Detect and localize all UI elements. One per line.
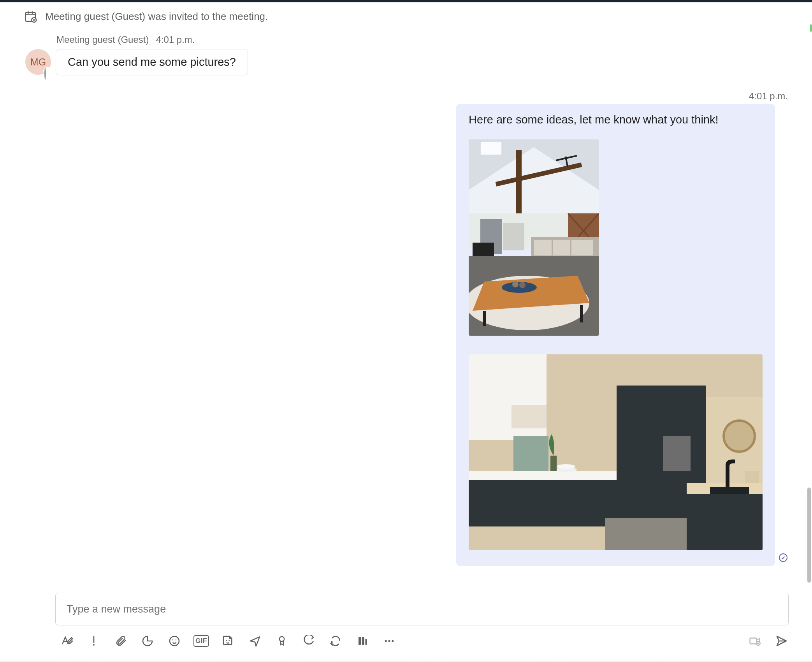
badge-icon[interactable]: [275, 634, 289, 648]
sent-check-icon: [779, 553, 788, 564]
more-icon[interactable]: [382, 634, 396, 648]
incoming-message-row: MG Can you send me some pictures?: [23, 49, 789, 75]
loop-icon[interactable]: [141, 634, 155, 648]
attach-icon[interactable]: [114, 634, 128, 648]
compose-toolbar: GIF: [55, 634, 789, 648]
calendar-plus-icon: [23, 9, 37, 23]
svg-rect-34: [469, 471, 617, 480]
svg-point-52: [176, 639, 177, 641]
send-icon[interactable]: [775, 634, 789, 648]
svg-rect-19: [534, 240, 552, 255]
scrollbar-thumb[interactable]: [807, 488, 811, 583]
svg-rect-35: [469, 480, 617, 526]
svg-point-42: [724, 421, 755, 452]
format-icon[interactable]: [60, 634, 74, 648]
chat-area: Meeting guest (Guest) was invited to the…: [0, 2, 812, 566]
update-icon[interactable]: [329, 634, 343, 648]
library-icon[interactable]: [355, 634, 369, 648]
outgoing-time: 4:01 p.m.: [23, 91, 789, 102]
avatar-initials: MG: [30, 56, 46, 68]
svg-rect-56: [359, 637, 361, 645]
svg-rect-45: [687, 494, 763, 550]
svg-rect-20: [553, 240, 570, 255]
emoji-icon[interactable]: [167, 634, 181, 648]
message-input[interactable]: [67, 603, 777, 615]
svg-rect-4: [480, 141, 502, 155]
attachment-image-kitchen[interactable]: [469, 354, 763, 550]
svg-point-29: [519, 282, 526, 288]
svg-rect-40: [663, 436, 691, 471]
outgoing-text: Here are some ideas, let me know what yo…: [469, 113, 763, 126]
svg-rect-47: [745, 471, 759, 483]
svg-rect-58: [366, 639, 367, 645]
bottom-divider: [0, 660, 812, 662]
svg-point-53: [226, 640, 227, 641]
outgoing-bubble[interactable]: Here are some ideas, let me know what yo…: [456, 104, 775, 566]
incoming-meta: Meeting guest (Guest) 4:01 p.m.: [56, 34, 789, 45]
svg-point-27: [502, 282, 537, 293]
svg-rect-32: [511, 405, 547, 428]
compose-box[interactable]: [55, 593, 789, 625]
avatar[interactable]: MG: [25, 49, 51, 75]
incoming-time: 4:01 p.m.: [156, 34, 195, 45]
presence-indicator: [43, 67, 52, 76]
system-event-text: Meeting guest (Guest) was invited to the…: [45, 11, 268, 23]
svg-point-55: [279, 637, 285, 642]
svg-rect-57: [362, 637, 364, 645]
attachment-image-living-room[interactable]: [469, 139, 599, 336]
gif-icon[interactable]: GIF: [194, 634, 208, 648]
svg-rect-38: [550, 456, 557, 471]
svg-point-61: [392, 640, 394, 642]
svg-point-60: [388, 640, 390, 642]
compose-area: GIF: [55, 593, 789, 648]
share-icon[interactable]: [248, 634, 262, 648]
svg-rect-17: [473, 243, 494, 258]
svg-point-59: [385, 640, 387, 642]
priority-icon[interactable]: [87, 634, 101, 648]
svg-rect-33: [513, 436, 548, 475]
incoming-bubble[interactable]: Can you send me some pictures?: [56, 49, 248, 75]
svg-point-51: [172, 639, 174, 641]
svg-rect-46: [710, 487, 749, 494]
system-event-row: Meeting guest (Guest) was invited to the…: [23, 9, 789, 23]
svg-point-54: [228, 640, 230, 641]
incoming-sender: Meeting guest (Guest): [56, 34, 149, 45]
attachments: [469, 139, 763, 550]
incoming-text: Can you send me some pictures?: [68, 56, 236, 68]
svg-rect-21: [571, 240, 593, 255]
approval-icon[interactable]: [302, 634, 316, 648]
svg-point-49: [93, 644, 95, 646]
sticker-icon[interactable]: [221, 634, 235, 648]
scrollbar[interactable]: [807, 0, 812, 662]
svg-rect-62: [750, 638, 757, 644]
svg-point-50: [170, 636, 179, 646]
svg-point-28: [512, 281, 518, 287]
svg-rect-16: [503, 223, 524, 250]
outgoing-message-row: Here are some ideas, let me know what yo…: [23, 102, 789, 566]
svg-point-37: [557, 464, 575, 469]
video-clip-icon[interactable]: [748, 634, 762, 648]
